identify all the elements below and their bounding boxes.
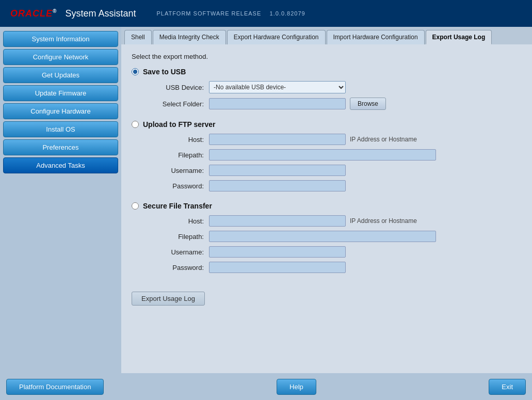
tab-content: Select the export method. Save to USB US… <box>121 44 532 373</box>
save-to-usb-radio[interactable] <box>132 68 139 75</box>
sft-filepath-row <box>209 231 522 242</box>
sft-host-label: Host: <box>142 217 204 225</box>
ftp-filepath-input[interactable] <box>209 149 436 161</box>
sft-filepath-label: Filepath: <box>142 233 204 241</box>
ftp-host-label: Host: <box>142 136 204 143</box>
tab-media-integrity-check[interactable]: Media Integrity Check <box>153 30 226 44</box>
save-to-usb-section: Save to USB USB Device: -No available US… <box>132 68 522 110</box>
sidebar-item-advanced-tasks[interactable]: Advanced Tasks <box>3 157 118 173</box>
sidebar-item-system-information[interactable]: System Information <box>3 31 118 47</box>
platform-release-text: PLATFORM SOFTWARE RELEASE <box>156 10 261 17</box>
ftp-password-input[interactable] <box>209 180 346 191</box>
upload-ftp-radio[interactable] <box>132 121 139 128</box>
upload-ftp-label[interactable]: Upload to FTP server <box>143 120 216 129</box>
save-to-usb-label[interactable]: Save to USB <box>143 68 186 76</box>
ftp-username-label: Username: <box>142 167 204 174</box>
ftp-host-row: IP Address or Hostname <box>209 134 522 145</box>
header: ORACLE® System Assistant PLATFORM SOFTWA… <box>0 0 532 27</box>
ftp-host-hint: IP Address or Hostname <box>350 136 417 143</box>
ftp-username-row <box>209 165 522 176</box>
footer: Platform Documentation Help Exit <box>0 373 532 400</box>
content-area: ShellMedia Integrity CheckExport Hardwar… <box>121 27 532 373</box>
sft-password-row <box>209 262 522 273</box>
sft-host-hint: IP Address or Hostname <box>350 217 417 225</box>
oracle-red-text: ORACLE <box>10 8 53 19</box>
ftp-filepath-row <box>209 149 522 161</box>
upload-ftp-section: Upload to FTP server Host: IP Address or… <box>132 120 522 191</box>
oracle-logo: ORACLE® <box>10 8 57 19</box>
sft-filepath-input[interactable] <box>209 231 436 242</box>
usb-device-label: USB Device: <box>142 84 204 91</box>
secure-file-transfer-radio[interactable] <box>132 202 139 210</box>
sidebar-item-configure-network[interactable]: Configure Network <box>3 49 118 65</box>
usb-form-grid: USB Device: -No available USB device- Se… <box>142 81 522 110</box>
sidebar: System InformationConfigure NetworkGet U… <box>0 27 121 373</box>
secure-file-transfer-section: Secure File Transfer Host: IP Address or… <box>132 202 522 273</box>
tabs-bar: ShellMedia Integrity CheckExport Hardwar… <box>121 27 532 44</box>
browse-button[interactable]: Browse <box>350 98 386 110</box>
secure-file-transfer-label[interactable]: Secure File Transfer <box>143 202 212 210</box>
tab-shell[interactable]: Shell <box>124 30 152 44</box>
usb-device-select[interactable]: -No available USB device- <box>209 81 346 93</box>
ftp-password-label: Password: <box>142 182 204 190</box>
ftp-form-grid: Host: IP Address or Hostname Filepath: U… <box>142 134 522 191</box>
sft-username-input[interactable] <box>209 246 346 258</box>
ftp-filepath-label: Filepath: <box>142 151 204 159</box>
platform-release-version: 1.0.0.82079 <box>270 10 305 17</box>
ftp-username-input[interactable] <box>209 165 346 176</box>
platform-documentation-button[interactable]: Platform Documentation <box>6 379 104 395</box>
sft-host-input[interactable] <box>209 215 346 227</box>
sidebar-item-configure-hardware[interactable]: Configure Hardware <box>3 103 118 119</box>
footer-center: Help <box>277 379 316 395</box>
system-assistant-title: System Assistant <box>65 8 136 19</box>
sidebar-item-preferences[interactable]: Preferences <box>3 139 118 155</box>
platform-release-label: PLATFORM SOFTWARE RELEASE 1.0.0.82079 <box>156 10 305 17</box>
sidebar-item-update-firmware[interactable]: Update Firmware <box>3 85 118 101</box>
main-layout: System InformationConfigure NetworkGet U… <box>0 27 532 373</box>
sft-password-label: Password: <box>142 264 204 271</box>
ftp-password-row <box>209 180 522 191</box>
sft-host-row: IP Address or Hostname <box>209 215 522 227</box>
tab-export-usage-log[interactable]: Export Usage Log <box>426 30 492 44</box>
sft-username-label: Username: <box>142 248 204 256</box>
sft-username-row <box>209 246 522 258</box>
select-folder-row: Browse <box>209 98 522 110</box>
ftp-host-input[interactable] <box>209 134 346 145</box>
sidebar-item-install-os[interactable]: Install OS <box>3 121 118 137</box>
sidebar-item-get-updates[interactable]: Get Updates <box>3 67 118 83</box>
exit-button[interactable]: Exit <box>489 379 526 395</box>
tab-export-hw-config[interactable]: Export Hardware Configuration <box>227 30 326 44</box>
help-button[interactable]: Help <box>277 379 316 395</box>
tab-import-hw-config[interactable]: Import Hardware Configuration <box>327 30 425 44</box>
usb-device-row: -No available USB device- <box>209 81 522 93</box>
sft-password-input[interactable] <box>209 262 346 273</box>
export-usage-log-button[interactable]: Export Usage Log <box>132 292 205 306</box>
select-folder-label: Select Folder: <box>142 100 204 108</box>
select-method-label: Select the export method. <box>132 53 522 60</box>
sft-form-grid: Host: IP Address or Hostname Filepath: U… <box>142 215 522 273</box>
select-folder-input[interactable] <box>209 98 346 109</box>
